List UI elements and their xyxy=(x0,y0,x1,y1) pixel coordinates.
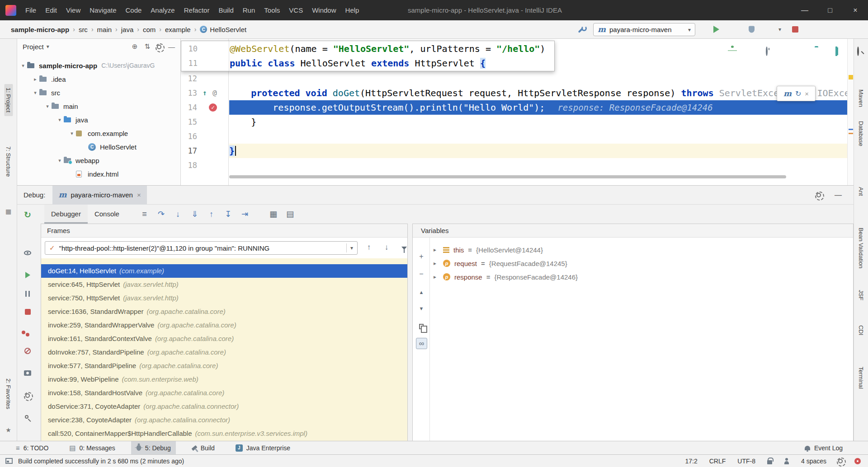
inspections-profile-icon[interactable] xyxy=(784,458,789,464)
add-icon[interactable]: + xyxy=(413,251,430,262)
expand-caret-icon[interactable]: ▸ xyxy=(434,247,439,253)
tree-item-com-example[interactable]: ▾com.example xyxy=(17,126,180,140)
frame-row[interactable]: service:645, HttpServlet(javax.servlet.h… xyxy=(41,278,407,291)
coverage-icon[interactable] xyxy=(749,26,755,33)
previous-frame-icon[interactable]: ↑ xyxy=(363,243,375,252)
favorites-star-icon[interactable]: ★ xyxy=(5,426,11,434)
tree-caret-icon[interactable]: ▾ xyxy=(56,117,64,123)
frame-row[interactable]: service:238, CoyoteAdapter(org.apache.ca… xyxy=(41,413,407,427)
breadcrumb-item-main[interactable]: main xyxy=(97,26,112,33)
pin-icon[interactable] xyxy=(21,412,34,423)
editor[interactable]: 1213↑@ protected void doGet(HttpServletR… xyxy=(181,39,847,185)
menu-window[interactable]: Window xyxy=(307,0,340,20)
watch-infinity-icon[interactable]: ∞ xyxy=(416,338,427,349)
tree-caret-icon[interactable]: ▾ xyxy=(31,90,39,96)
chevron-down-icon[interactable]: ▾ xyxy=(346,243,353,252)
line-separator[interactable]: CRLF xyxy=(709,458,726,465)
menu-help[interactable]: Help xyxy=(341,0,364,20)
breadcrumb-item-sample-micro-app[interactable]: sample-micro-app xyxy=(11,26,69,33)
reload-changed-classes-popup[interactable]: m ↻ × xyxy=(777,86,816,101)
close-icon[interactable]: × xyxy=(805,90,809,98)
code-line[interactable]: response.getOutputStream().println("Hell… xyxy=(229,100,847,115)
override-marker-icon[interactable]: ↑ xyxy=(203,86,207,100)
view-breakpoints-icon[interactable] xyxy=(21,328,34,339)
frame-row[interactable]: invoke:158, StandardHostValve(org.apache… xyxy=(41,386,407,400)
frame-row[interactable]: invoke:161, StandardContextValve(org.apa… xyxy=(41,332,407,346)
search-icon[interactable] xyxy=(857,47,859,56)
menu-edit[interactable]: Edit xyxy=(41,0,61,20)
tree-item-src[interactable]: ▾src xyxy=(17,86,180,99)
variable-row-this[interactable]: ▸this={HelloServlet@14244} xyxy=(430,243,853,257)
menu-run[interactable]: Run xyxy=(238,0,260,20)
expand-caret-icon[interactable]: ▸ xyxy=(434,274,439,280)
menu-vcs[interactable]: VCS xyxy=(284,0,307,20)
frame-row[interactable]: doService:371, CoyoteAdapter(org.apache.… xyxy=(41,400,407,413)
rerun-icon[interactable]: ↻ xyxy=(21,209,34,220)
code-line[interactable] xyxy=(229,129,847,144)
expand-caret-icon[interactable]: ▸ xyxy=(434,260,439,266)
wrench-icon[interactable] xyxy=(577,25,585,33)
menu-file[interactable]: File xyxy=(21,0,41,20)
stripe-cdi[interactable]: CDI xyxy=(858,325,864,335)
tab-console[interactable]: Console xyxy=(88,205,126,224)
menu-code[interactable]: Code xyxy=(121,0,146,20)
close-icon[interactable]: × xyxy=(137,191,141,199)
debug-session-tab[interactable]: m payara-micro-maven × xyxy=(52,186,146,205)
warning-mark[interactable] xyxy=(849,75,853,79)
caret-position[interactable]: 17:2 xyxy=(685,458,697,465)
stop-icon[interactable] xyxy=(792,26,798,33)
step-out-icon[interactable]: ↑ xyxy=(203,210,220,219)
run-icon[interactable] xyxy=(713,26,719,33)
evaluate-expression-icon[interactable]: ▦ xyxy=(265,209,282,219)
frame-row[interactable]: service:1636, StandardWrapper(org.apache… xyxy=(41,305,407,318)
code-line[interactable]: } xyxy=(229,144,847,158)
breakpoint-icon[interactable]: ✓ xyxy=(209,103,217,112)
frame-row[interactable]: doGet:14, HelloServlet(com.example) xyxy=(41,264,407,278)
tree-caret-icon[interactable]: ▾ xyxy=(68,131,76,136)
stripe-database[interactable]: Database xyxy=(858,121,864,146)
run-to-cursor-icon[interactable]: ⇥ xyxy=(236,209,253,219)
layout-icon[interactable] xyxy=(835,47,837,56)
indent-size[interactable]: 4 spaces xyxy=(801,458,826,465)
step-over-icon[interactable]: ↷ xyxy=(153,209,170,219)
run-config-selector[interactable]: m payara-micro-maven ▾ xyxy=(593,23,695,36)
stripe-maven[interactable]: Maven xyxy=(858,89,864,107)
chevron-icon[interactable]: ▾ xyxy=(778,26,781,33)
tree-caret-icon[interactable]: ▾ xyxy=(19,63,27,69)
toolwindow-button-jee[interactable]: JJava Enterprise xyxy=(231,441,295,455)
tree-caret-icon[interactable]: ▾ xyxy=(43,103,52,109)
toolwindow-button-hammer[interactable]: Build xyxy=(187,441,220,455)
settings-icon[interactable] xyxy=(21,390,34,401)
toolwindow-button-messages[interactable]: ▤0: Messages xyxy=(64,441,120,455)
info-mark[interactable] xyxy=(849,129,853,130)
code-line[interactable]: public class HelloServlet extends HttpSe… xyxy=(230,56,554,70)
breadcrumb-item-com[interactable]: com xyxy=(143,26,156,33)
profiler-icon[interactable] xyxy=(766,47,768,56)
breadcrumb-item-java[interactable]: java xyxy=(121,26,134,33)
code-line[interactable] xyxy=(229,158,847,173)
frame-row[interactable]: call:520, ContainerMapper$HttpHandlerCal… xyxy=(41,427,407,440)
filter-frames-icon[interactable] xyxy=(398,243,410,252)
close-button[interactable]: × xyxy=(843,0,868,20)
editor-hscrollbar[interactable] xyxy=(229,175,786,178)
warning-mark[interactable] xyxy=(849,133,853,134)
refresh-icon[interactable]: ↻ xyxy=(795,89,801,98)
frame-row[interactable]: service:750, HttpServlet(javax.servlet.h… xyxy=(41,291,407,305)
restore-layout-icon[interactable]: ≡ xyxy=(136,210,153,219)
stripe-ant[interactable]: Ant xyxy=(858,187,864,196)
tree-item-webapp[interactable]: ▾webapp xyxy=(17,154,180,167)
file-encoding[interactable]: UTF-8 xyxy=(737,458,755,465)
tree-item-index-html[interactable]: index.html xyxy=(17,167,180,181)
menu-refactor[interactable]: Refactor xyxy=(179,0,214,20)
breadcrumb-item-src[interactable]: src xyxy=(79,26,88,33)
event-log-button[interactable]: Event Log xyxy=(805,441,843,455)
structure-grid-icon[interactable]: ▦ xyxy=(5,208,11,215)
tree-item-java[interactable]: ▾java xyxy=(17,113,180,126)
code-line[interactable]: protected void doGet(HttpServletRequest … xyxy=(229,86,847,100)
toolwindow-switcher-icon[interactable] xyxy=(5,458,13,464)
settings-gear-icon[interactable] xyxy=(816,191,821,199)
move-up-icon[interactable]: ▲ xyxy=(413,286,430,298)
hide-icon[interactable]: — xyxy=(835,186,842,205)
frame-row[interactable]: invoke:577, StandardPipeline(org.apache.… xyxy=(41,359,407,373)
stripe-project[interactable]: 1: Project xyxy=(4,84,13,116)
